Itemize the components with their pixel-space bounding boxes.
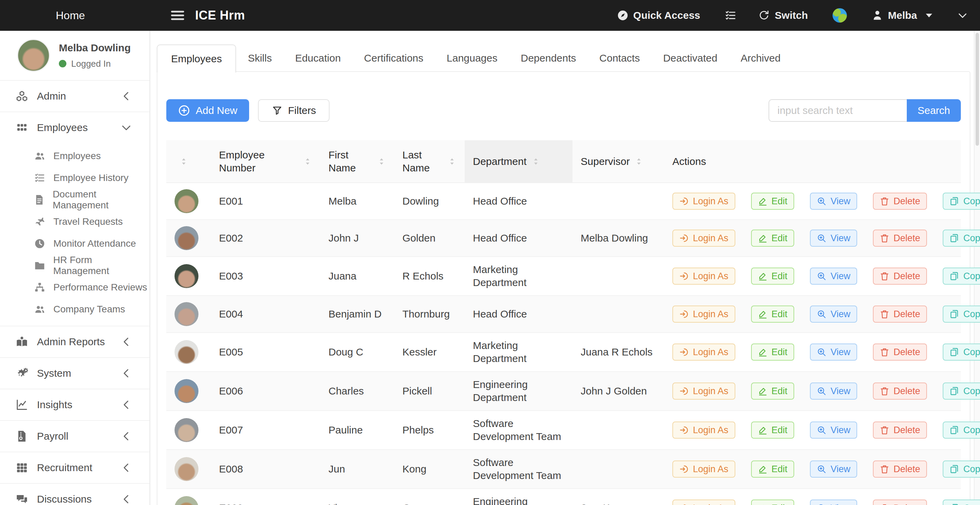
copy-button[interactable]: Copy bbox=[943, 230, 980, 247]
edit-button[interactable]: Edit bbox=[751, 383, 795, 400]
sidebar-item-payroll[interactable]: Payroll bbox=[0, 420, 150, 452]
delete-button[interactable]: Delete bbox=[873, 305, 927, 322]
delete-button[interactable]: Delete bbox=[873, 268, 927, 285]
last-name-cell: Kong bbox=[394, 449, 465, 489]
login-as-button[interactable]: Login As bbox=[672, 230, 735, 247]
sidebar-subitem-monitor-attendance[interactable]: Monitor Attendance bbox=[0, 233, 150, 254]
sidebar-item-label: Discussions bbox=[37, 493, 92, 505]
copy-button[interactable]: Copy bbox=[943, 193, 980, 210]
delete-button[interactable]: Delete bbox=[873, 193, 927, 210]
view-button[interactable]: View bbox=[810, 500, 857, 505]
row-actions: Login AsEditViewDeleteCopy bbox=[672, 230, 953, 247]
login-as-button[interactable]: Login As bbox=[672, 461, 735, 478]
sidebar-item-admin[interactable]: Admin bbox=[0, 80, 150, 111]
edit-button[interactable]: Edit bbox=[751, 193, 795, 210]
edit-button[interactable]: Edit bbox=[751, 305, 795, 322]
edit-button[interactable]: Edit bbox=[751, 268, 795, 285]
sidebar-subitem-performance-reviews[interactable]: Performance Reviews bbox=[0, 276, 150, 299]
login-as-button[interactable]: Login As bbox=[672, 500, 735, 505]
copy-button[interactable]: Copy bbox=[943, 343, 980, 360]
tab-archived[interactable]: Archived bbox=[729, 44, 792, 72]
copy-button[interactable]: Copy bbox=[943, 383, 980, 400]
view-button[interactable]: View bbox=[810, 193, 857, 210]
column-header-department[interactable]: Department bbox=[465, 140, 573, 183]
view-button[interactable]: View bbox=[810, 230, 857, 247]
login-as-button[interactable]: Login As bbox=[672, 383, 735, 400]
login-as-button[interactable]: Login As bbox=[672, 268, 735, 285]
login-as-button[interactable]: Login As bbox=[672, 193, 735, 210]
edit-button[interactable]: Edit bbox=[751, 343, 795, 360]
login-as-button[interactable]: Login As bbox=[672, 305, 735, 322]
login-as-button[interactable]: Login As bbox=[672, 421, 735, 438]
copy-button[interactable]: Copy bbox=[943, 305, 980, 322]
delete-button[interactable]: Delete bbox=[873, 500, 927, 505]
column-header-supervisor[interactable]: Supervisor bbox=[573, 140, 664, 183]
delete-button[interactable]: Delete bbox=[873, 461, 927, 478]
tab-employees[interactable]: Employees bbox=[157, 44, 236, 73]
last-name-cell: Kessler bbox=[394, 333, 465, 372]
column-header-last-name[interactable]: Last Name bbox=[394, 140, 465, 183]
sidebar-subitem-document-management[interactable]: Document Management bbox=[0, 189, 150, 211]
switch-button[interactable]: Switch bbox=[758, 10, 808, 21]
login-as-button[interactable]: Login As bbox=[672, 343, 735, 360]
edit-button[interactable]: Edit bbox=[751, 230, 795, 247]
sidebar-subitem-hr-form-management[interactable]: HR Form Management bbox=[0, 254, 150, 276]
profile-status: Logged In bbox=[59, 59, 131, 69]
copy-button[interactable]: Copy bbox=[943, 461, 980, 478]
delete-button[interactable]: Delete bbox=[873, 343, 927, 360]
language-globe-button[interactable] bbox=[832, 8, 847, 22]
search-button[interactable]: Search bbox=[907, 99, 961, 122]
home-link[interactable]: Home bbox=[56, 9, 85, 22]
sidebar-subitem-employee-history[interactable]: Employee History bbox=[0, 167, 150, 189]
sidebar-item-admin-reports[interactable]: Admin Reports bbox=[0, 326, 150, 357]
action-button-label: Delete bbox=[893, 233, 920, 244]
sidebar-item-system[interactable]: System bbox=[0, 357, 150, 389]
menu-icon[interactable] bbox=[170, 8, 185, 23]
filters-button[interactable]: Filters bbox=[258, 99, 330, 122]
view-button[interactable]: View bbox=[810, 343, 857, 360]
login-icon bbox=[679, 386, 689, 396]
tab-dependents[interactable]: Dependents bbox=[509, 44, 588, 72]
delete-button[interactable]: Delete bbox=[873, 230, 927, 247]
view-button[interactable]: View bbox=[810, 268, 857, 285]
delete-button[interactable]: Delete bbox=[873, 383, 927, 400]
sidebar-subitem-travel-requests[interactable]: Travel Requests bbox=[0, 211, 150, 233]
copy-button[interactable]: Copy bbox=[943, 421, 980, 438]
column-header-avatar[interactable] bbox=[166, 140, 211, 183]
column-header-first-name[interactable]: First Name bbox=[320, 140, 394, 183]
avatar[interactable] bbox=[17, 39, 50, 72]
view-button[interactable]: View bbox=[810, 305, 857, 322]
view-button[interactable]: View bbox=[810, 383, 857, 400]
sidebar-item-employees[interactable]: Employees bbox=[0, 111, 150, 143]
panel-collapse-button[interactable] bbox=[957, 10, 968, 21]
view-button[interactable]: View bbox=[810, 421, 857, 438]
tab-languages[interactable]: Languages bbox=[435, 44, 509, 72]
quick-access-button[interactable]: Quick Access bbox=[617, 10, 700, 21]
copy-button[interactable]: Copy bbox=[943, 500, 980, 505]
first-name-cell: John J bbox=[320, 220, 394, 257]
tab-deactivated[interactable]: Deactivated bbox=[652, 44, 729, 72]
copy-button[interactable]: Copy bbox=[943, 268, 980, 285]
tab-certifications[interactable]: Certifications bbox=[352, 44, 435, 72]
view-button[interactable]: View bbox=[810, 461, 857, 478]
user-menu[interactable]: Melba bbox=[872, 10, 935, 21]
edit-button[interactable]: Edit bbox=[751, 421, 795, 438]
edit-button[interactable]: Edit bbox=[751, 461, 795, 478]
sidebar-subitem-company-teams[interactable]: Company Teams bbox=[0, 299, 150, 320]
search-input[interactable] bbox=[768, 99, 907, 122]
column-header-employee-number[interactable]: Employee Number bbox=[211, 140, 320, 183]
edit-button[interactable]: Edit bbox=[751, 500, 795, 505]
tasks-button[interactable] bbox=[725, 10, 737, 21]
add-new-button[interactable]: Add New bbox=[166, 99, 249, 122]
delete-button[interactable]: Delete bbox=[873, 421, 927, 438]
scrollbar-thumb[interactable] bbox=[975, 33, 979, 146]
sidebar-item-insights[interactable]: Insights bbox=[0, 389, 150, 420]
sidebar-item-recruitment[interactable]: Recruitment bbox=[0, 452, 150, 483]
action-button-label: Login As bbox=[693, 464, 729, 475]
sidebar-item-discussions[interactable]: Discussions bbox=[0, 483, 150, 505]
tab-contacts[interactable]: Contacts bbox=[588, 44, 652, 72]
table-row: E006CharlesPickellEngineering Department… bbox=[166, 372, 961, 411]
tab-skills[interactable]: Skills bbox=[236, 44, 283, 72]
sidebar-subitem-employees[interactable]: Employees bbox=[0, 145, 150, 167]
tab-education[interactable]: Education bbox=[283, 44, 352, 72]
